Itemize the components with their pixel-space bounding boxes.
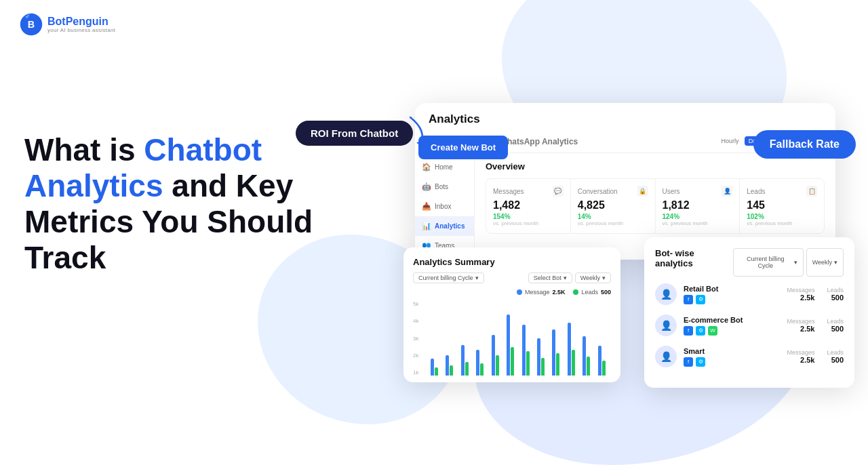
bot-info-ecommerce: E-commerce Bot f ⚙ W xyxy=(684,316,780,336)
bot-name-ecommerce: E-commerce Bot xyxy=(684,316,780,324)
summary-bot-filter[interactable]: Select Bot ▾ xyxy=(528,272,572,283)
bot-name-smart: Smart xyxy=(684,347,780,355)
botwise-billing-chevron: ▾ xyxy=(794,259,797,266)
bar-green-10 xyxy=(572,350,575,376)
logo-tagline: your AI business assistant xyxy=(47,27,115,33)
bot-metrics-ecommerce: Messages 2.5k Leads 500 xyxy=(787,318,844,333)
bar-green-6 xyxy=(511,347,514,376)
y-label-5k: 5k xyxy=(413,301,418,307)
leads-icon: 📋 xyxy=(806,186,817,197)
sidebar-label-bots: Bots xyxy=(435,183,448,190)
stat-conversation-value: 4,825 xyxy=(578,199,648,211)
bar-green-11 xyxy=(587,357,590,376)
logo: B BotPenguin your AI business assistant xyxy=(19,12,115,37)
sidebar-item-analytics[interactable]: 📊 Analytics xyxy=(415,216,474,236)
bot-metric-messages-label-smart: Messages xyxy=(787,349,814,356)
summary-billing-filter[interactable]: Current billing Cycle ▾ xyxy=(413,272,484,283)
stat-messages-header: Messages 💬 xyxy=(493,186,564,197)
bot-platforms-ecommerce: f ⚙ W xyxy=(684,326,780,336)
chart-area: 5k 4k 3k 2k 1k xyxy=(413,301,611,376)
stat-messages-value: 1,482 xyxy=(493,199,564,211)
bot-metric-leads-smart: Leads 500 xyxy=(827,349,844,364)
bar-green-2 xyxy=(450,365,453,376)
summary-period-filter[interactable]: Weekly ▾ xyxy=(575,272,611,283)
sidebar-label-inbox: Inbox xyxy=(435,203,451,210)
y-label-3k: 3k xyxy=(413,336,418,342)
stat-conversation: Conversation 🔒 4,825 14% vs. previous mo… xyxy=(571,179,656,233)
inbox-icon: 📥 xyxy=(422,202,431,211)
stat-messages-label: Messages xyxy=(493,188,524,195)
stat-leads: Leads 📋 145 102% vs. previous month xyxy=(740,179,824,233)
fallback-badge: Fallback Rate xyxy=(753,130,856,159)
bot-metric-leads-value-ecommerce: 500 xyxy=(827,325,844,333)
legend-dot-leads xyxy=(573,289,578,295)
bar-blue-6 xyxy=(507,315,510,376)
bot-avatar-smart: 👤 xyxy=(655,346,677,367)
bar-blue-2 xyxy=(446,355,449,376)
bar-green-4 xyxy=(480,363,484,376)
bot-metric-messages-value-ecommerce: 2.5k xyxy=(787,325,814,333)
stat-leads-prev: vs. previous month xyxy=(747,220,817,226)
bot-info-smart: Smart f ⚙ xyxy=(684,347,780,367)
sidebar-item-inbox[interactable]: 📥 Inbox xyxy=(415,197,474,216)
botwise-billing-filter[interactable]: Current billing Cycle ▾ xyxy=(733,248,804,277)
svg-text:B: B xyxy=(28,19,35,30)
sidebar-item-bots[interactable]: 🤖 Bots xyxy=(415,177,474,197)
period-hourly[interactable]: Hourly xyxy=(717,136,743,146)
stats-row: Messages 💬 1,482 154% vs. previous month… xyxy=(486,178,825,234)
stat-conversation-prev: vs. previous month xyxy=(578,220,648,226)
bot-metric-messages-label-retail: Messages xyxy=(787,287,814,294)
bar-blue-3 xyxy=(461,345,465,376)
bar-group-1 xyxy=(431,359,443,376)
platform-msg-retail: ⚙ xyxy=(696,295,705,304)
stat-messages: Messages 💬 1,482 154% vs. previous month xyxy=(486,179,571,233)
bot-row-retail: 👤 Retail Bot f ⚙ Messages 2.5k Leads 500 xyxy=(655,283,844,305)
stat-users-change: 124% xyxy=(663,213,733,220)
bar-group-2 xyxy=(446,355,458,376)
bot-row-ecommerce: 👤 E-commerce Bot f ⚙ W Messages 2.5k Lea… xyxy=(655,315,844,336)
bot-metric-leads-value-smart: 500 xyxy=(827,356,844,364)
overview-title: Overview xyxy=(486,161,825,171)
bar-green-5 xyxy=(496,355,499,376)
analytics-window: Analytics Dashboard WhatsApp Analytics H… xyxy=(415,103,835,260)
bot-avatar-retail: 👤 xyxy=(655,283,677,305)
billing-filter-chevron: ▾ xyxy=(475,275,479,281)
bot-metric-leads-retail: Leads 500 xyxy=(827,287,844,302)
sidebar-item-home[interactable]: 🏠 Home xyxy=(415,157,474,177)
logo-text: BotPenguin your AI business assistant xyxy=(47,16,115,34)
sidebar-label-analytics: Analytics xyxy=(435,222,465,230)
bar-green-9 xyxy=(556,353,559,376)
legend-message: Message 2.5K xyxy=(517,289,566,296)
bot-metric-messages-value-retail: 2.5k xyxy=(787,294,814,302)
sidebar-label-home: Home xyxy=(435,163,453,171)
chart-legend: Message 2.5K Leads 500 xyxy=(413,289,611,296)
legend-message-label: Message xyxy=(525,289,550,296)
headline-line1: What is xyxy=(24,132,144,167)
legend-message-value: 2.5K xyxy=(552,289,565,296)
y-label-1k: 1k xyxy=(413,369,418,376)
headline-text: What is Chatbot Analytics and Key Metric… xyxy=(24,132,391,276)
botwise-period-filter[interactable]: Weekly ▾ xyxy=(806,248,844,277)
headline-highlight2: Analytics xyxy=(24,168,163,203)
stat-conversation-header: Conversation 🔒 xyxy=(578,186,648,197)
bot-filter-label: Select Bot xyxy=(534,275,561,281)
billing-filter-label: Current billing Cycle xyxy=(418,275,473,281)
platform-wa-ecommerce: W xyxy=(708,326,717,336)
create-new-bot-button[interactable]: Create New Bot xyxy=(418,136,508,159)
analytics-summary-card: Analytics Summary Current billing Cycle … xyxy=(403,247,620,382)
period-filter-label: Weekly xyxy=(580,275,600,281)
logo-icon: B xyxy=(19,12,43,37)
bar-blue-10 xyxy=(568,323,571,376)
bot-platforms-smart: f ⚙ xyxy=(684,357,780,367)
bots-icon: 🤖 xyxy=(422,182,431,191)
messages-icon: 💬 xyxy=(553,186,564,197)
bar-group-4 xyxy=(476,350,489,376)
conversation-icon: 🔒 xyxy=(637,186,648,197)
bar-green-12 xyxy=(602,361,606,376)
bot-metric-leads-ecommerce: Leads 500 xyxy=(827,318,844,333)
stat-leads-value: 145 xyxy=(747,199,817,211)
headline-highlight1: Chatbot xyxy=(144,132,262,167)
stat-users-header: Users 👤 xyxy=(663,186,733,197)
bar-blue-9 xyxy=(552,329,555,376)
roi-badge: ROI From Chatbot xyxy=(296,121,413,146)
